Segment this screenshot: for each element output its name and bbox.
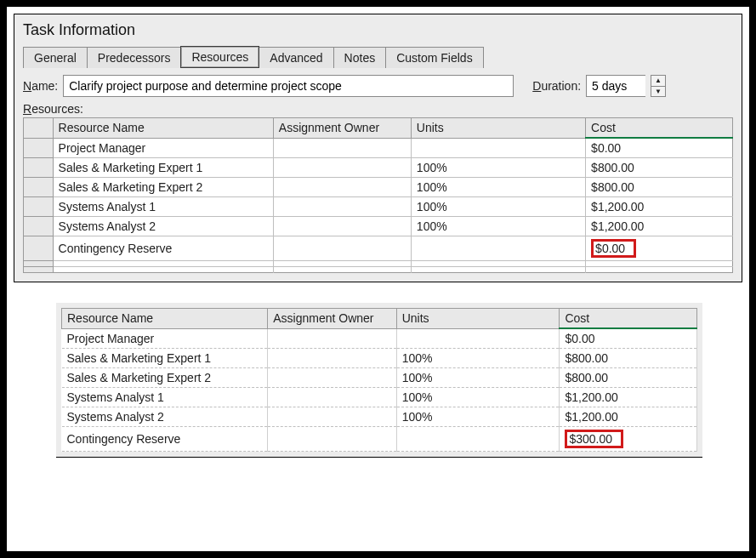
cell-units[interactable] — [396, 328, 560, 349]
cell-assignment-owner[interactable] — [273, 197, 411, 217]
table-row[interactable]: Systems Analyst 1 100% $1,200.00 — [24, 197, 733, 217]
cell-resource-name[interactable]: Sales & Marketing Expert 1 — [62, 349, 268, 368]
table-row[interactable]: Systems Analyst 2 100% $1,200.00 — [62, 407, 697, 427]
duration-up-button[interactable]: ▲ — [651, 76, 665, 87]
duration-down-button[interactable]: ▼ — [651, 87, 665, 97]
cell-units[interactable]: 100% — [396, 388, 560, 407]
cell-units[interactable]: 100% — [411, 217, 585, 236]
col-units[interactable]: Units — [411, 118, 585, 139]
cell-resource-name[interactable]: Systems Analyst 2 — [53, 217, 273, 236]
table-row[interactable] — [24, 267, 733, 273]
table-row[interactable]: Project Manager $0.00 — [24, 138, 733, 158]
row-handle[interactable] — [24, 267, 54, 273]
cell-units[interactable]: 100% — [411, 158, 585, 178]
cell-cost[interactable]: $0.00 — [586, 138, 733, 158]
col-assignment-owner[interactable]: Assignment Owner — [268, 309, 396, 329]
table-row[interactable]: Contingency Reserve $0.00 — [24, 236, 733, 261]
cell-units[interactable]: 100% — [396, 368, 560, 388]
table-row[interactable]: Sales & Marketing Expert 1 100% $800.00 — [24, 158, 733, 178]
cell-units[interactable] — [411, 236, 585, 261]
row-handle[interactable] — [24, 236, 54, 261]
dialog-tabs: General Predecessors Resources Advanced … — [23, 46, 733, 68]
col-resource-name[interactable]: Resource Name — [53, 118, 273, 139]
tab-custom-fields[interactable]: Custom Fields — [385, 47, 483, 68]
table-row[interactable]: Systems Analyst 1 100% $1,200.00 — [62, 388, 697, 407]
resources-grid[interactable]: Resource Name Assignment Owner Units Cos… — [23, 117, 733, 273]
cell-units[interactable]: 100% — [411, 197, 585, 217]
cell-assignment-owner[interactable] — [268, 388, 396, 407]
cell-cost[interactable]: $1,200.00 — [586, 197, 733, 217]
cell-assignment-owner[interactable] — [273, 236, 411, 261]
cell-resource-name[interactable] — [53, 261, 273, 267]
cell-cost[interactable]: $1,200.00 — [586, 217, 733, 236]
cell-cost[interactable] — [586, 267, 733, 273]
cell-cost[interactable]: $800.00 — [560, 349, 697, 368]
cell-cost[interactable] — [586, 261, 733, 267]
col-units[interactable]: Units — [396, 309, 560, 329]
cell-units[interactable] — [411, 261, 585, 267]
row-handle[interactable] — [24, 197, 54, 217]
cell-resource-name[interactable] — [53, 267, 273, 273]
row-handle[interactable] — [24, 178, 54, 197]
table-row[interactable]: Systems Analyst 2 100% $1,200.00 — [24, 217, 733, 236]
comparison-grid[interactable]: Resource Name Assignment Owner Units Cos… — [61, 308, 697, 452]
row-handle[interactable] — [24, 138, 54, 158]
resources-label: Resources: — [23, 102, 733, 116]
duration-field[interactable] — [586, 75, 645, 97]
cell-cost[interactable]: $800.00 — [560, 368, 697, 388]
col-cost[interactable]: Cost — [586, 118, 733, 139]
table-row[interactable]: Project Manager $0.00 — [62, 328, 697, 349]
cell-units[interactable] — [411, 138, 585, 158]
cell-assignment-owner[interactable] — [268, 328, 396, 349]
cell-resource-name[interactable]: Sales & Marketing Expert 2 — [62, 368, 268, 388]
cell-assignment-owner[interactable] — [273, 158, 411, 178]
cell-resource-name[interactable]: Project Manager — [53, 138, 273, 158]
cell-assignment-owner[interactable] — [273, 267, 411, 273]
table-row[interactable] — [24, 261, 733, 267]
cell-assignment-owner[interactable] — [268, 407, 396, 427]
cell-assignment-owner[interactable] — [273, 178, 411, 197]
cell-units[interactable] — [411, 267, 585, 273]
col-assignment-owner[interactable]: Assignment Owner — [273, 118, 411, 139]
row-handle[interactable] — [24, 158, 54, 178]
tab-notes[interactable]: Notes — [333, 47, 387, 68]
cell-resource-name[interactable]: Sales & Marketing Expert 1 — [53, 158, 273, 178]
cell-cost[interactable]: $1,200.00 — [560, 407, 697, 427]
cell-assignment-owner[interactable] — [268, 427, 396, 452]
cell-assignment-owner[interactable] — [268, 368, 396, 388]
col-cost[interactable]: Cost — [560, 309, 697, 329]
tab-resources[interactable]: Resources — [180, 46, 259, 68]
table-row[interactable]: Contingency Reserve $300.00 — [62, 427, 697, 452]
cell-assignment-owner[interactable] — [273, 217, 411, 236]
cell-resource-name[interactable]: Systems Analyst 1 — [53, 197, 273, 217]
cell-assignment-owner[interactable] — [273, 261, 411, 267]
cell-resource-name[interactable]: Systems Analyst 2 — [62, 407, 268, 427]
cell-cost[interactable]: $1,200.00 — [560, 388, 697, 407]
row-handle[interactable] — [24, 217, 54, 236]
table-row[interactable]: Sales & Marketing Expert 2 100% $800.00 — [62, 368, 697, 388]
name-field[interactable] — [63, 75, 514, 97]
cell-resource-name[interactable]: Contingency Reserve — [62, 427, 268, 452]
cell-units[interactable]: 100% — [396, 349, 560, 368]
tab-predecessors[interactable]: Predecessors — [87, 47, 182, 68]
cell-resource-name[interactable]: Contingency Reserve — [53, 236, 273, 261]
cell-units[interactable]: 100% — [411, 178, 585, 197]
tab-general[interactable]: General — [23, 47, 88, 68]
table-row[interactable]: Sales & Marketing Expert 1 100% $800.00 — [62, 349, 697, 368]
cell-assignment-owner[interactable] — [273, 138, 411, 158]
cell-units[interactable] — [396, 427, 560, 452]
row-handle[interactable] — [24, 261, 54, 267]
tab-advanced[interactable]: Advanced — [259, 47, 333, 68]
cell-resource-name[interactable]: Project Manager — [62, 328, 268, 349]
cell-cost[interactable]: $0.00 — [586, 236, 733, 261]
cell-resource-name[interactable]: Systems Analyst 1 — [62, 388, 268, 407]
cell-assignment-owner[interactable] — [268, 349, 396, 368]
table-row[interactable]: Sales & Marketing Expert 2 100% $800.00 — [24, 178, 733, 197]
cell-cost[interactable]: $300.00 — [560, 427, 697, 452]
cell-cost[interactable]: $0.00 — [560, 328, 697, 349]
cell-cost[interactable]: $800.00 — [586, 178, 733, 197]
cell-resource-name[interactable]: Sales & Marketing Expert 2 — [53, 178, 273, 197]
cell-units[interactable]: 100% — [396, 407, 560, 427]
col-resource-name[interactable]: Resource Name — [62, 309, 268, 329]
cell-cost[interactable]: $800.00 — [586, 158, 733, 178]
